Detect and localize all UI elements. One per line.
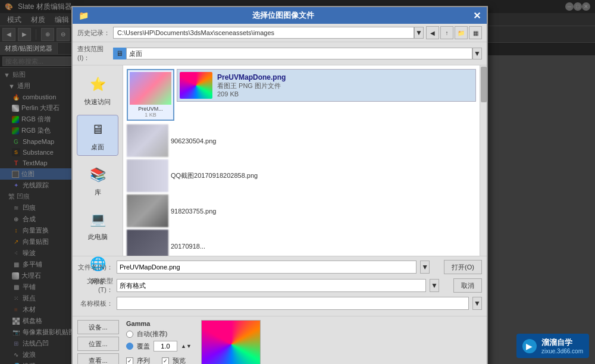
preuv-size-small: 1 KB <box>145 112 156 118</box>
watermark-text: 溜溜自学 zixue.3d66.com <box>541 337 583 354</box>
preuv-thumb-main <box>180 72 212 99</box>
dialog-title-text: 选择位图图像文件 <box>252 10 314 21</box>
gamma-area: 设备... 位置... 查看... Gamma 自动(推荐) 覆 <box>73 316 487 364</box>
file-name-qqjt: QQ截图20170918202858.png <box>171 171 476 180</box>
sequence-label: 序列 <box>137 356 150 364</box>
find-dropdown[interactable]: ▼ <box>472 48 482 59</box>
sequence-checkbox[interactable] <box>126 357 133 365</box>
template-input[interactable] <box>117 297 469 310</box>
watermark-title: 溜溜自学 <box>541 337 583 348</box>
history-label: 历史记录： <box>77 29 113 37</box>
quick-access-icon: ⭐ <box>87 74 108 95</box>
gamma-auto-radio[interactable] <box>126 331 133 338</box>
file-row-2: 906230504.png <box>127 124 476 157</box>
gamma-auto-label: 自动(推荐) <box>137 330 167 338</box>
nav-new-folder[interactable]: 📁 <box>455 26 468 39</box>
file-item-preuv-small[interactable]: PreUVM... 1 KB <box>127 69 174 121</box>
preuv-name: PreUVMapDone.png <box>217 73 286 81</box>
nav-back[interactable]: ◀ <box>426 26 439 39</box>
template-dropdown[interactable]: ▼ <box>472 297 482 310</box>
desktop-icon: 🖥 <box>87 119 108 140</box>
dialog-overlay: 📁 选择位图图像文件 ✕ 历史记录： C:\Users\HP\Documents… <box>0 0 595 364</box>
preuv-name-small: PreUVM... <box>138 106 163 112</box>
file-thumb-4 <box>127 194 168 227</box>
dialog-template-row: 名称模板： ▼ <box>77 297 482 310</box>
file-info-qqjt: QQ截图20170918202858.png <box>171 171 476 180</box>
find-input[interactable]: 桌面 <box>126 48 472 59</box>
left-action-buttons: 设备... 位置... 查看... <box>77 320 119 364</box>
filetype-input[interactable] <box>117 279 426 292</box>
gamma-section: Gamma 自动(推荐) 覆盖 ▲▼ <box>126 320 482 364</box>
sequence-checkbox-row: 序列 预览 <box>126 356 192 364</box>
file-name-4: 918203755.png <box>171 208 476 215</box>
nav-desktop[interactable]: 🖥 桌面 <box>77 115 118 156</box>
gamma-override-row: 覆盖 ▲▼ <box>126 341 192 352</box>
preuv-info: PreUVMapDone.png 看图王 PNG 图片文件 209 KB <box>217 73 286 98</box>
library-icon: 📚 <box>87 164 108 186</box>
nav-quick-access[interactable]: ⭐ 快速访问 <box>77 70 118 110</box>
history-nav: ◀ ↑ 📁 ▦ <box>426 26 482 39</box>
dialog-title-bar: 📁 选择位图图像文件 ✕ <box>73 7 487 24</box>
preview-checkbox[interactable] <box>162 357 169 365</box>
file-info-2: 906230504.png <box>171 137 476 145</box>
watermark-url: zixue.3d66.com <box>541 348 583 354</box>
filetype-dropdown[interactable]: ▼ <box>430 279 439 292</box>
file-row-qqjt[interactable]: QQ截图20170918202858.png <box>127 159 476 192</box>
cancel-button[interactable]: 取消 <box>453 278 482 293</box>
watermark-logo: ▶ <box>522 339 537 353</box>
nav-computer[interactable]: 💻 此电脑 <box>77 205 118 245</box>
file-area: PreUVM... 1 KB PreUVMapDone.png <box>123 65 487 256</box>
file-list: PreUVM... 1 KB PreUVMapDone.png <box>123 65 480 256</box>
gamma-auto-row: 自动(推荐) <box>126 330 192 338</box>
file-row-5[interactable]: 20170918... <box>127 230 476 256</box>
folder-icon-find: 🖥 <box>113 48 126 59</box>
watermark: ▶ 溜溜自学 zixue.3d66.com <box>516 334 589 358</box>
dialog-filename-row: 文件名(N)： ▼ 打开(O) <box>77 260 482 274</box>
settings-button[interactable]: 设备... <box>77 320 119 334</box>
open-button[interactable]: 打开(O) <box>444 260 482 274</box>
filename-label: 文件名(N)： <box>77 263 113 272</box>
file-item-preuv-main[interactable]: PreUVMapDone.png 看图王 PNG 图片文件 209 KB <box>177 69 476 102</box>
preuv-thumb-small <box>130 72 171 105</box>
dialog-icon: 📁 <box>79 11 89 20</box>
dialog-content: ⭐ 快速访问 🖥 桌面 📚 库 💻 此电脑 <box>73 65 487 256</box>
gamma-controls: Gamma 自动(推荐) 覆盖 ▲▼ <box>126 320 192 364</box>
nav-library[interactable]: 📚 库 <box>77 161 118 200</box>
history-path: C:\Users\HP\Documents\3dsMax\sceneassets… <box>113 27 414 39</box>
filename-input[interactable] <box>117 261 416 274</box>
history-dropdown[interactable]: ▼ <box>414 27 424 39</box>
gamma-spinner[interactable]: ▲▼ <box>181 343 192 349</box>
dialog-bottom: 文件名(N)： ▼ 打开(O) 文件类型(T)： ▼ 取消 名称模板： ▼ <box>73 256 487 316</box>
gamma-preview-image <box>201 320 261 364</box>
file-scrollbar[interactable] <box>480 65 487 256</box>
preview-label: 预览 <box>173 356 186 364</box>
history-row: 历史记录： C:\Users\HP\Documents\3dsMax\scene… <box>73 24 487 42</box>
file-row-4[interactable]: 918203755.png <box>127 194 476 227</box>
file-dialog: 📁 选择位图图像文件 ✕ 历史记录： C:\Users\HP\Documents… <box>71 6 488 364</box>
nav-view[interactable]: ▦ <box>469 26 482 39</box>
preuv-type: 看图王 PNG 图片文件 <box>217 81 286 90</box>
file-info-5: 20170918... <box>171 243 476 250</box>
view-button[interactable]: 查看... <box>77 353 119 364</box>
dialog-filetype-row: 文件类型(T)： ▼ 取消 <box>77 277 482 294</box>
nav-up[interactable]: ↑ <box>440 26 453 39</box>
filetype-label: 文件类型(T)： <box>77 277 113 294</box>
file-thumb-qqjt <box>127 159 168 192</box>
gamma-value-input[interactable] <box>154 341 177 352</box>
dialog-close-button[interactable]: ✕ <box>473 10 481 21</box>
location-button[interactable]: 位置... <box>77 337 119 351</box>
nav-panel: ⭐ 快速访问 🖥 桌面 📚 库 💻 此电脑 <box>73 65 123 256</box>
template-label: 名称模板： <box>77 299 113 308</box>
gamma-override-label: 覆盖 <box>137 342 150 351</box>
file-thumb-blur1 <box>127 124 168 157</box>
file-thumb-5 <box>127 230 168 256</box>
file-info-4: 918203755.png <box>171 208 476 215</box>
find-label: 查找范围(I)： <box>77 45 113 62</box>
computer-icon: 💻 <box>87 209 108 230</box>
file-row-preuv[interactable]: PreUVM... 1 KB PreUVMapDone.png <box>127 69 476 121</box>
gamma-override-radio[interactable] <box>126 343 133 350</box>
scrollbar-thumb[interactable] <box>481 67 487 102</box>
spacer-gamma <box>126 352 192 356</box>
filename-dropdown[interactable]: ▼ <box>420 261 430 274</box>
file-name-2: 906230504.png <box>171 137 476 145</box>
